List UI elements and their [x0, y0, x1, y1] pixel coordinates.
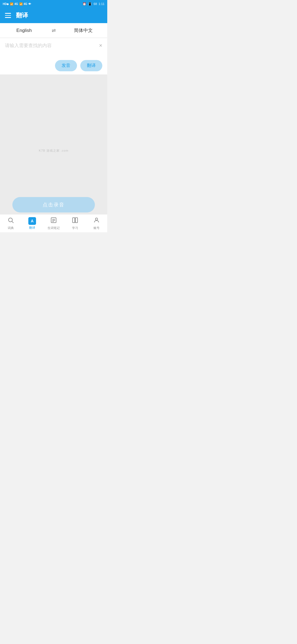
record-button[interactable]: 点击录音: [12, 197, 95, 212]
svg-point-8: [95, 218, 98, 220]
input-area: × 发音 翻译: [0, 38, 107, 75]
nav-item-account[interactable]: 账号: [86, 215, 107, 232]
translate-label: 翻译: [29, 226, 35, 230]
app-header: 翻译: [0, 8, 107, 23]
nav-item-study[interactable]: 学习: [64, 215, 86, 232]
svg-line-1: [12, 221, 14, 223]
bottom-navigation: 词典 A 翻译 生词笔记 学习: [0, 214, 107, 232]
status-4g2: 4G: [24, 2, 27, 6]
record-button-wrapper: 点击录音: [12, 197, 95, 212]
notes-label: 生词笔记: [48, 226, 60, 230]
clear-button[interactable]: ×: [99, 42, 102, 49]
action-buttons: 发音 翻译: [5, 60, 102, 71]
translation-input[interactable]: [5, 42, 102, 56]
hamburger-line1: [5, 13, 11, 14]
translate-button[interactable]: 翻译: [80, 60, 102, 71]
account-label: 账号: [94, 226, 100, 230]
status-bar: HD◆ 📶 4G 📶 4G 👁 ⏰ 📳 68 1:11: [0, 0, 107, 8]
menu-button[interactable]: [5, 13, 11, 18]
hamburger-line2: [5, 15, 11, 16]
study-label: 学习: [72, 226, 78, 230]
source-language-button[interactable]: English: [0, 26, 48, 36]
status-signal: 📶: [10, 2, 13, 6]
battery-indicator: 68: [94, 2, 97, 6]
nav-item-translate[interactable]: A 翻译: [21, 215, 43, 231]
language-bar: English ⇌ 简体中文: [0, 23, 107, 38]
alarm-icon: ⏰: [82, 2, 86, 6]
dict-label: 词典: [8, 226, 14, 230]
nav-item-notes[interactable]: 生词笔记: [43, 215, 64, 232]
pronounce-button[interactable]: 发音: [55, 60, 77, 71]
page-title: 翻译: [16, 11, 28, 20]
status-network: HD◆: [3, 2, 9, 6]
hamburger-line3: [5, 17, 11, 18]
svg-rect-6: [73, 218, 75, 223]
svg-rect-7: [75, 218, 78, 223]
status-left: HD◆ 📶 4G 📶 4G 👁: [3, 2, 31, 6]
watermark: K7B 游戏之家 .com: [39, 149, 68, 153]
dict-icon: [7, 217, 14, 225]
target-language-button[interactable]: 简体中文: [59, 25, 107, 36]
swap-languages-button[interactable]: ⇌: [48, 28, 59, 34]
study-icon: [72, 217, 78, 225]
status-right: ⏰ 📳 68 1:11: [82, 2, 105, 6]
account-icon: [93, 217, 100, 225]
status-time: 1:11: [99, 2, 105, 6]
nav-item-dict[interactable]: 词典: [0, 215, 21, 232]
notes-icon: [50, 217, 57, 225]
status-eye-icon: 👁: [28, 2, 31, 6]
status-signal2: 📶: [19, 2, 23, 6]
vibrate-icon: 📳: [88, 2, 92, 6]
translate-nav-icon: A: [28, 217, 36, 225]
status-4g: 4G: [14, 2, 18, 6]
svg-point-0: [9, 218, 12, 222]
